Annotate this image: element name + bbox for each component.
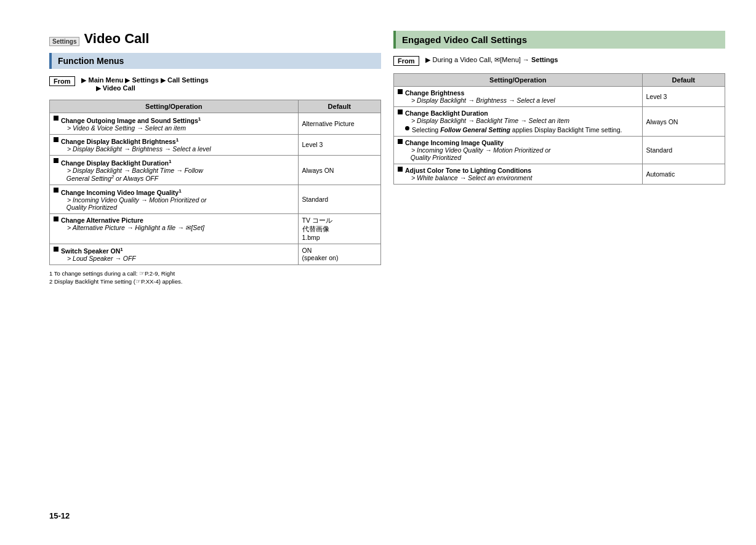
right-from-badge: From [393, 56, 419, 66]
left-arrow-icon: ▶ [81, 76, 86, 84]
bullet-icon [54, 217, 58, 221]
row1-title: Change Outgoing Image and Sound Settings… [61, 117, 201, 124]
right-header: Engaged Video Call Settings [393, 31, 725, 49]
circle-bullet-icon [405, 126, 409, 130]
row4-default: Standard [298, 185, 381, 214]
left-page-title: Video Call [84, 31, 150, 46]
page-number: 15-12 [49, 511, 70, 520]
right-col1-header: Setting/Operation [394, 74, 643, 87]
bullet-icon [398, 139, 403, 144]
right-row3-title: Change Incoming Image Quality [405, 139, 504, 146]
bullet-icon [54, 188, 58, 193]
table-row: Adjust Color Tone to Lighting Conditions… [394, 164, 725, 185]
table-cell-operation: Change Display Backlight Duration1 > Dis… [50, 156, 299, 185]
table-row: Change Outgoing Image and Sound Settings… [50, 113, 381, 135]
footnote-2: 2 Display Backlight Time setting (☞P.XX-… [49, 278, 381, 285]
right-column: Engaged Video Call Settings From ▶ Durin… [393, 31, 725, 499]
table-row: Change Brightness > Display Backlight → … [394, 87, 725, 107]
table-row: Change Display Backlight Duration1 > Dis… [50, 156, 381, 185]
row2-sub: > Display Backlight → Brightness → Selec… [61, 145, 211, 153]
row3-title: Change Display Backlight Duration1 [61, 159, 171, 167]
left-col1-header: Setting/Operation [50, 100, 299, 113]
row6-title: Switch Speaker ON1 [61, 247, 123, 255]
table-cell-operation: Change Incoming Video Image Quality1 > I… [50, 185, 299, 214]
right-row1-sub: > Display Backlight → Brightness → Selec… [405, 97, 555, 104]
right-row1-default: Level 3 [642, 87, 725, 107]
bullet-icon [54, 116, 58, 121]
main-content: Settings Video Call Function Menus From … [49, 25, 725, 499]
right-row3-default: Standard [642, 137, 725, 164]
left-from-badge: From [49, 76, 75, 86]
right-row2-title: Change Backlight Duration [405, 109, 488, 117]
row2-title: Change Display Backlight Brightness1 [61, 138, 179, 145]
right-table-cell-4: Adjust Color Tone to Lighting Conditions… [394, 164, 643, 185]
right-col2-header: Default [642, 74, 725, 87]
bullet-icon [54, 247, 58, 252]
table-cell-operation: Change Display Backlight Brightness1 > D… [50, 134, 299, 156]
bullet-icon [398, 167, 403, 172]
row4-title: Change Incoming Video Image Quality1 [61, 189, 182, 196]
left-title-area: Settings Video Call [49, 31, 381, 47]
table-row: Change Incoming Video Image Quality1 > I… [50, 185, 381, 214]
row6-default: ON(speaker on) [298, 244, 381, 265]
right-row1-title: Change Brightness [405, 89, 464, 97]
bullet-icon [398, 89, 403, 94]
table-cell-operation: Change Outgoing Image and Sound Settings… [50, 113, 299, 135]
table-cell-operation: Change Alternative Picture > Alternative… [50, 213, 299, 244]
right-row4-default: Automatic [642, 164, 725, 185]
right-table-cell-2: Change Backlight Duration > Display Back… [394, 107, 643, 137]
right-row3-sub: > Incoming Video Quality → Motion Priori… [405, 146, 551, 161]
right-table-cell-1: Change Brightness > Display Backlight → … [394, 87, 643, 107]
left-column: Settings Video Call Function Menus From … [49, 25, 381, 499]
bullet-icon [398, 109, 403, 114]
table-row: Change Incoming Image Quality > Incoming… [394, 137, 725, 164]
right-arrow-icon: ▶ [425, 56, 430, 64]
right-settings-table: Setting/Operation Default Change Brightn… [393, 73, 725, 185]
row5-default: TV コール代替画像1.bmp [298, 213, 381, 244]
right-row2-bullet: Selecting Follow General Setting applies… [412, 126, 622, 133]
right-row4-title: Adjust Color Tone to Lighting Conditions [405, 167, 531, 174]
table-row: Change Backlight Duration > Display Back… [394, 107, 725, 137]
right-header-label: Engaged Video Call Settings [402, 34, 527, 45]
row2-default: Level 3 [298, 134, 381, 156]
row5-sub: > Alternative Picture → Highlight a file… [61, 224, 204, 231]
row3-sub: > Display Backlight → Backlight Time → F… [61, 167, 203, 183]
bullet-icon [54, 137, 58, 142]
settings-badge: Settings [49, 37, 79, 46]
right-from-path: During a Video Call, ✉[Menu] → Settings [433, 56, 558, 64]
row4-sub: > Incoming Video Quality → Motion Priori… [61, 196, 207, 211]
bottom-area: 15-12 [49, 499, 725, 520]
function-menus-header: Function Menus [49, 53, 381, 69]
footnote-1: 1 To change settings during a call: ☞P.2… [49, 270, 381, 277]
table-cell-operation: Switch Speaker ON1 > Loud Speaker → OFF [50, 244, 299, 265]
left-from-row: From ▶ Main Menu ▶ Settings ▶ Call Setti… [49, 74, 381, 95]
right-table-cell-3: Change Incoming Image Quality > Incoming… [394, 137, 643, 164]
row1-default: Alternative Picture [298, 113, 381, 135]
right-row2-sub: > Display Backlight → Backlight Time → S… [405, 117, 569, 124]
table-row: Change Display Backlight Brightness1 > D… [50, 134, 381, 156]
row1-sub: > Video & Voice Setting → Select an item [61, 124, 186, 132]
bullet-icon [54, 158, 58, 163]
row3-default: Always ON [298, 156, 381, 185]
footnotes: 1 To change settings during a call: ☞P.2… [49, 270, 381, 285]
page-container: Settings Video Call Function Menus From … [0, 0, 756, 545]
function-menus-label: Function Menus [58, 56, 124, 66]
row6-sub: > Loud Speaker → OFF [61, 255, 136, 262]
right-row2-default: Always ON [642, 107, 725, 137]
table-row: Switch Speaker ON1 > Loud Speaker → OFF … [50, 244, 381, 265]
right-row4-sub: > White balance → Select an environment [405, 174, 532, 181]
table-row: Change Alternative Picture > Alternative… [50, 213, 381, 244]
left-from-path: Main Menu ▶ Settings ▶ Call Settings ▶ V… [89, 76, 209, 92]
row5-title: Change Alternative Picture [61, 217, 143, 224]
right-from-row: From ▶ During a Video Call, ✉[Menu] → Se… [393, 54, 725, 68]
left-settings-table: Setting/Operation Default Change Outgoin… [49, 100, 381, 265]
left-col2-header: Default [298, 100, 381, 113]
